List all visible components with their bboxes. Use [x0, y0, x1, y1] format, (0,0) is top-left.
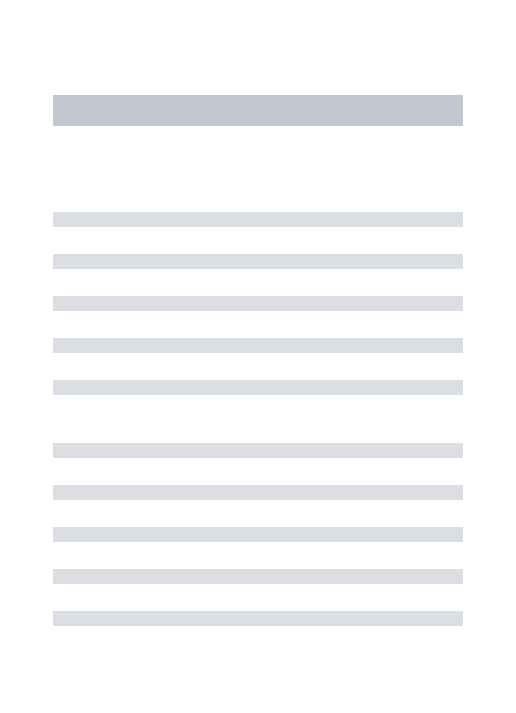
text-line-placeholder — [53, 485, 463, 500]
text-line-placeholder — [53, 443, 463, 458]
text-line-placeholder — [53, 380, 463, 395]
document-page — [0, 0, 516, 626]
text-line-placeholder — [53, 338, 463, 353]
text-line-placeholder — [53, 254, 463, 269]
text-line-placeholder — [53, 569, 463, 584]
text-line-placeholder — [53, 296, 463, 311]
text-line-placeholder — [53, 212, 463, 227]
text-line-placeholder — [53, 527, 463, 542]
text-line-placeholder — [53, 611, 463, 626]
paragraph-placeholder-1 — [53, 212, 463, 395]
paragraph-placeholder-2 — [53, 443, 463, 626]
title-placeholder — [53, 95, 463, 126]
